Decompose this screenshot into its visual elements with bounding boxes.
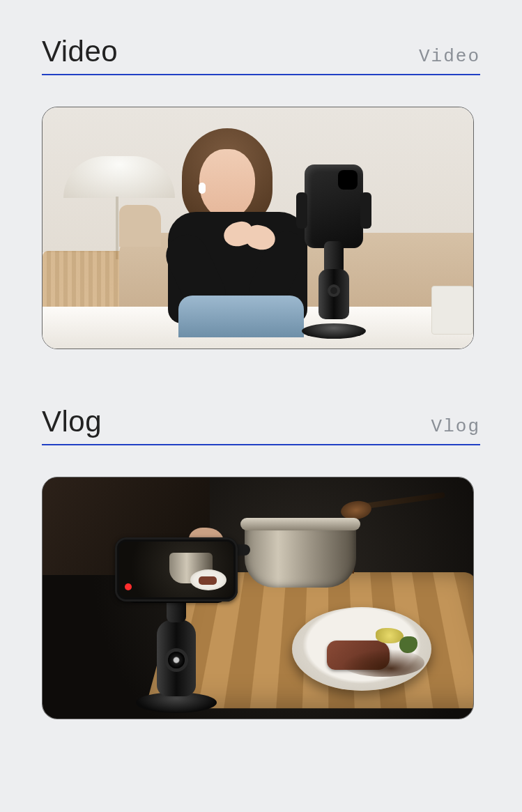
clamp-left [296,192,307,229]
record-icon [125,583,132,590]
section-vlog: Vlog Vlog [42,405,480,719]
section-video: Video Video [42,35,480,349]
gimbal-device [105,504,245,713]
phone-icon [305,164,363,248]
scene-cooking-vlog [43,477,473,719]
section-title: Vlog [42,405,102,438]
gimbal-base [302,323,366,339]
section-subtitle: Vlog [431,416,480,437]
gimbal-body [318,269,349,319]
phone-icon [115,537,238,602]
section-subtitle: Video [419,46,480,67]
pot [245,514,356,590]
section-title: Video [42,35,118,68]
vlog-image [42,477,474,719]
scene-video-call [43,107,473,348]
earbud-icon [199,183,206,194]
gimbal-device [292,164,376,339]
camera-eye-icon [168,652,185,668]
jeans [178,296,304,337]
lamp-stem [116,197,118,259]
screen-steak [199,576,217,585]
section-header: Video Video [42,35,480,75]
section-header: Vlog Vlog [42,405,480,445]
box [431,286,473,335]
clamp-right [360,192,371,229]
phone-screen [119,542,233,597]
video-image [42,107,474,349]
pot-body [245,523,356,588]
sauce [341,649,424,677]
pot-rim [240,518,360,530]
face [199,149,255,219]
